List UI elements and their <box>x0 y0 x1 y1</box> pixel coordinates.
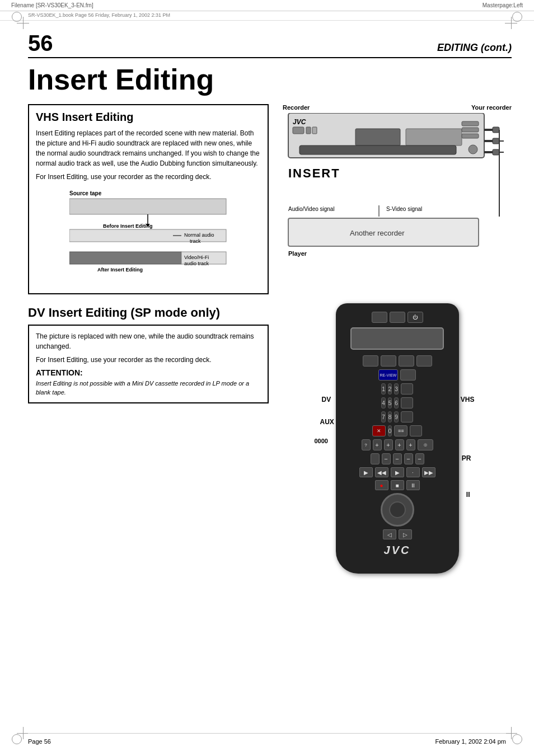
remote-btn-9[interactable]: 9 <box>394 411 399 422</box>
remote-stop-btn[interactable]: ■ <box>391 480 404 490</box>
remote-top-btn1[interactable] <box>363 355 378 367</box>
remote-minus2[interactable]: − <box>393 453 402 464</box>
svg-text:Player: Player <box>288 250 307 257</box>
remote-plus4[interactable]: + <box>406 439 415 450</box>
remote-dot-btn[interactable]: · <box>406 467 420 477</box>
remote-screen <box>350 327 444 350</box>
dv-box: The picture is replaced with new one, wh… <box>28 325 269 403</box>
remote-ff-btn[interactable]: ▶▶ <box>422 467 435 477</box>
svg-rect-21 <box>462 128 479 132</box>
tape-diagram: Source tape Recording tape Before I <box>69 187 261 279</box>
remote-space1 <box>371 453 380 464</box>
remote-btn-small1[interactable] <box>372 312 387 323</box>
vhs-section-title: VHS Insert Editing <box>36 111 261 124</box>
page-container: Filename [SR-VS30EK_3-EN.fm] Masterpage:… <box>0 0 534 756</box>
vhs-body1: Insert Editing replaces part of the reco… <box>36 128 261 168</box>
right-column: Recorder Your recorder JVC <box>283 104 512 574</box>
aux-label: AUX <box>320 418 334 426</box>
dv-body2: For Insert Editing, use your recorder as… <box>36 355 261 365</box>
remote-circle-btn[interactable]: ◎ <box>418 439 433 450</box>
jog-wheel[interactable] <box>381 493 414 527</box>
remote-power-btn[interactable]: ⏻ <box>407 312 423 323</box>
vhs-label: VHS <box>461 396 475 403</box>
svg-rect-29 <box>493 138 499 144</box>
remote-num-row1: 1 2 3 <box>343 383 452 395</box>
svg-text:S-Video signal: S-Video signal <box>386 206 422 212</box>
remote-btn-3[interactable]: 3 <box>394 383 399 395</box>
remote-skip-back[interactable]: ◁ <box>383 529 396 539</box>
dv-body1: The picture is replaced with new one, wh… <box>36 331 261 351</box>
remote-btn-4[interactable]: 4 <box>381 397 386 408</box>
recorder-diagram: Recorder Your recorder JVC <box>283 104 512 292</box>
dv-title: DV Insert Editing (SP mode only) <box>28 306 269 320</box>
remote-btn-5[interactable]: 5 <box>388 397 392 408</box>
remote-btn-0[interactable]: 0 <box>388 425 392 436</box>
main-title: Insert Editing <box>28 64 512 96</box>
remote-skip-row: ◁ ▷ <box>343 529 452 539</box>
remote-skip-fwd[interactable]: ▷ <box>399 529 412 539</box>
remote-btn-6[interactable]: 6 <box>394 397 399 408</box>
svg-text:Another recorder: Another recorder <box>350 229 405 237</box>
remote-review-row: RE-VIEW <box>343 369 452 381</box>
masterpage-label: Masterpage:Left <box>483 2 523 8</box>
svg-rect-8 <box>69 252 181 264</box>
book-ref: SR-VS30EK_1.book Page 56 Friday, Februar… <box>0 11 534 21</box>
remote-btn-1[interactable]: 1 <box>381 383 386 395</box>
svg-text:After Insert Editing: After Insert Editing <box>97 267 143 273</box>
remote-btn-2[interactable]: 2 <box>388 383 392 395</box>
remote: ⏻ <box>336 303 459 574</box>
dv-section: DV Insert Editing (SP mode only) The pic… <box>28 306 269 403</box>
attention-text: Insert Editing is not possible with a Mi… <box>36 379 261 397</box>
svg-text:INSERT: INSERT <box>288 166 340 180</box>
remote-q-btn[interactable]: ? <box>362 439 371 450</box>
remote-minus3[interactable]: − <box>404 453 413 464</box>
svg-rect-31 <box>493 149 499 155</box>
svg-text:audio track: audio track <box>184 261 209 266</box>
remote-play-btn[interactable]: ▶ <box>391 467 404 477</box>
remote-side-btn3[interactable] <box>401 411 413 422</box>
remote-btn-8[interactable]: 8 <box>388 411 392 422</box>
remote-minus-row: − − − − <box>343 453 452 464</box>
recorder-label: Recorder <box>283 104 310 111</box>
remote-plus3[interactable]: + <box>395 439 404 450</box>
remote-top-btn3[interactable] <box>399 355 414 367</box>
remote-rec-btn[interactable]: ● <box>375 480 388 490</box>
zero-label: 0000 <box>315 438 328 444</box>
remote-blue-btn[interactable]: RE-VIEW <box>378 369 398 381</box>
remote-side-btn2[interactable] <box>401 397 413 408</box>
remote-ok-btn[interactable]: ≡≡ <box>394 425 407 436</box>
remote-btn-7[interactable]: 7 <box>381 411 386 422</box>
corner-circle-br <box>512 734 522 744</box>
svg-text:Normal audio: Normal audio <box>184 232 214 238</box>
svg-text:Before Insert Editing: Before Insert Editing <box>103 223 153 229</box>
remote-minus4[interactable]: − <box>415 453 424 464</box>
jog-inner <box>389 501 406 518</box>
svg-rect-20 <box>462 121 479 126</box>
remote-power-row: ⏻ <box>343 312 452 323</box>
source-tape-label: Source tape <box>69 190 102 196</box>
remote-plus2[interactable]: + <box>384 439 393 450</box>
svg-rect-22 <box>462 134 479 138</box>
vhs-body2: For Insert Editing, use your recorder as… <box>36 172 261 182</box>
remote-jog-area <box>343 493 452 527</box>
remote-plus1[interactable]: + <box>373 439 382 450</box>
remote-side-btn4[interactable] <box>410 425 422 436</box>
remote-top-btn2[interactable] <box>381 355 396 367</box>
page-footer: Page 56 February 1, 2002 2:04 pm <box>28 733 506 745</box>
remote-minus1[interactable]: − <box>382 453 391 464</box>
remote-mid-btn[interactable] <box>400 369 416 381</box>
remote-rew-btn[interactable]: ◀◀ <box>375 467 388 477</box>
remote-btn-small2[interactable] <box>390 312 405 323</box>
remote-side-btn1[interactable] <box>401 383 413 395</box>
top-header: Filename [SR-VS30EK_3-EN.fm] Masterpage:… <box>0 0 534 11</box>
page-number: 56 <box>28 32 53 54</box>
remote-pause-btn[interactable]: ⏸ <box>406 480 420 490</box>
remote-num-row2: 4 5 6 <box>343 397 452 408</box>
remote-cancel-btn[interactable]: ✕ <box>372 425 386 436</box>
main-content: 56 EDITING (cont.) Insert Editing VHS In… <box>0 21 534 585</box>
svg-rect-15 <box>293 127 304 134</box>
remote-brand: JVC <box>343 544 452 557</box>
remote-num-row4: ✕ 0 ≡≡ <box>343 425 452 436</box>
svg-point-24 <box>469 145 477 154</box>
remote-top-btn4[interactable] <box>416 355 432 367</box>
